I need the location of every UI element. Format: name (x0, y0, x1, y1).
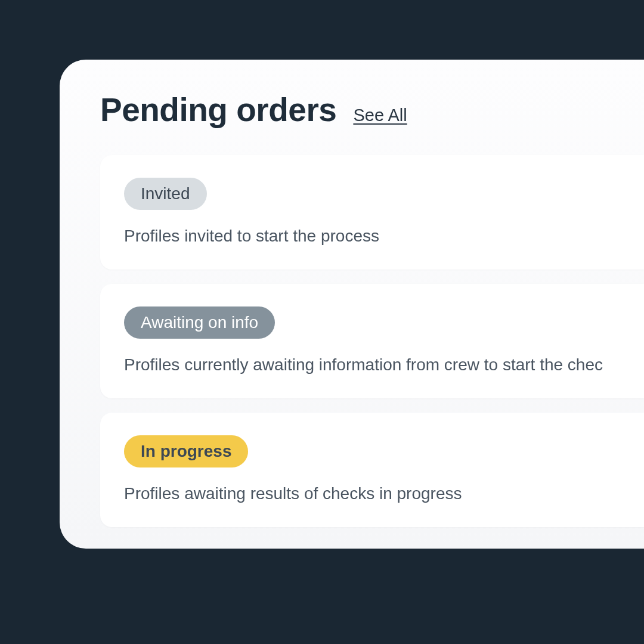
panel-header: Pending orders See All (100, 91, 644, 129)
status-badge-invited: Invited (124, 178, 207, 210)
order-card-in-progress[interactable]: In progress Profiles awaiting results of… (100, 413, 644, 527)
order-card-awaiting[interactable]: Awaiting on info Profiles currently awai… (100, 284, 644, 398)
status-badge-awaiting: Awaiting on info (124, 306, 275, 339)
order-card-invited[interactable]: Invited Profiles invited to start the pr… (100, 155, 644, 270)
card-description: Profiles awaiting results of checks in p… (124, 484, 620, 503)
page-title: Pending orders (100, 91, 336, 129)
status-badge-in-progress: In progress (124, 435, 248, 467)
see-all-link[interactable]: See All (353, 106, 407, 125)
card-description: Profiles invited to start the process (124, 227, 620, 246)
pending-orders-panel: Pending orders See All Invited Profiles … (60, 60, 644, 549)
card-description: Profiles currently awaiting information … (124, 355, 620, 374)
